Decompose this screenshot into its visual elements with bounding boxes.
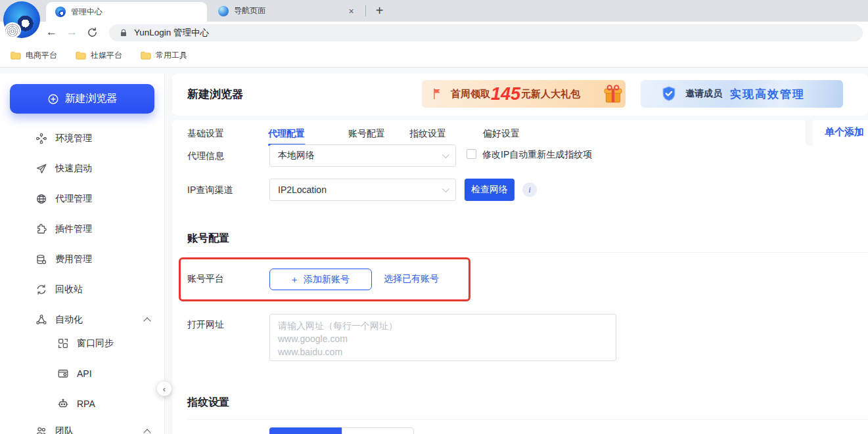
sidebar-item-api[interactable]: API [0, 358, 164, 389]
folder-icon [141, 51, 151, 60]
single-add-link[interactable]: 单个添加 [825, 126, 864, 139]
fingerprint-segment-active[interactable] [269, 427, 342, 434]
account-section-title: 账号配置 [187, 232, 229, 246]
admin-center-favicon-icon [55, 7, 66, 17]
invite-highlight: 实现高效管理 [730, 87, 805, 102]
regen-fingerprint-checkbox[interactable] [467, 149, 476, 159]
api-icon [57, 368, 69, 380]
proxy-info-select[interactable]: 本地网络 [269, 144, 456, 167]
tab-label: 管理中心 [71, 7, 103, 18]
tab-label: 导航页面 [234, 5, 265, 16]
invite-prefix: 邀请成员 [685, 88, 722, 100]
environment-nodes-icon [35, 133, 47, 144]
sidebar-item-rpa[interactable]: RPA [0, 389, 164, 419]
check-network-button[interactable]: 检查网络 [465, 179, 514, 201]
sidebar-item-label: 环境管理 [55, 133, 92, 144]
account-platform-label: 账号平台 [187, 273, 224, 285]
sidebar-collapse-button[interactable]: ‹ [157, 381, 171, 396]
select-existing-account-link[interactable]: 选择已有账号 [384, 273, 439, 285]
sidebar-item-label: 团队 [55, 425, 74, 434]
recycle-icon [35, 284, 47, 295]
proxy-info-label: 代理信息 [187, 150, 224, 162]
lock-icon [120, 28, 127, 37]
form-tab-basic[interactable]: 基础设置 [187, 128, 224, 140]
sidebar-item-proxy[interactable]: 代理管理 [0, 184, 164, 214]
ip-channel-value: IP2Location [278, 184, 327, 195]
chevron-down-icon [442, 151, 449, 158]
sidebar-item-label: API [77, 368, 92, 379]
invite-banner[interactable]: 邀请成员 实现高效管理 [641, 80, 843, 108]
globe-icon [35, 193, 47, 205]
sidebar-item-label: 自动化 [55, 314, 83, 326]
promo-banner[interactable]: 首周领取 145 元新人大礼包 [422, 80, 626, 108]
new-tab-button[interactable]: + [371, 2, 388, 20]
bookmark-label: 社媒平台 [91, 50, 122, 61]
gift-box-icon [602, 82, 624, 106]
close-tab-icon[interactable]: × [345, 5, 357, 17]
sidebar-item-label: 费用管理 [55, 253, 92, 265]
forward-icon[interactable]: → [66, 26, 78, 39]
sidebar-item-environment[interactable]: 环境管理 [0, 123, 164, 154]
form-tab-proxy[interactable]: 代理配置 [268, 128, 305, 140]
bookmark-folder-tools[interactable]: 常用工具 [141, 50, 187, 61]
open-url-textarea[interactable]: 请输入网址（每行一个网址） www.google.com www.baidu.c… [269, 314, 616, 361]
info-icon[interactable]: i [522, 183, 537, 197]
bookmark-folder-social[interactable]: 社媒平台 [76, 50, 122, 61]
nav-page-favicon-icon [218, 6, 229, 16]
placeholder-line: www.baidu.com [278, 345, 608, 358]
automation-icon [35, 314, 47, 326]
add-new-account-label: 添加新账号 [304, 274, 350, 286]
sidebar-item-label: RPA [77, 399, 95, 409]
sidebar-item-quick-launch[interactable]: 快速启动 [0, 154, 164, 184]
sidebar-item-recycle-bin[interactable]: 回收站 [0, 274, 164, 305]
ip-channel-select[interactable]: IP2Location [269, 179, 456, 201]
chevron-up-icon[interactable] [143, 317, 150, 324]
form-tab-preference[interactable]: 偏好设置 [483, 128, 520, 140]
refresh-icon[interactable] [87, 27, 98, 38]
chevron-up-icon[interactable] [143, 429, 150, 434]
section-divider [187, 252, 868, 253]
bookmark-folder-ecommerce[interactable]: 电商平台 [11, 50, 57, 61]
sidebar-item-plugins[interactable]: 插件管理 [0, 214, 164, 244]
new-browser-button-label: 新建浏览器 [65, 92, 118, 106]
sidebar-item-label: 快速启动 [55, 163, 92, 175]
window-sync-icon [57, 337, 69, 349]
bookmarks-bar: 电商平台 社媒平台 常用工具 [0, 43, 868, 68]
promo-amount: 145 [491, 85, 520, 103]
panel-notch [806, 120, 813, 146]
puzzle-icon [35, 223, 47, 235]
back-icon[interactable]: ← [46, 26, 57, 39]
url-omnibox[interactable]: YunLogin 管理中心 [109, 24, 863, 41]
placeholder-line: www.google.com [278, 332, 608, 345]
fingerprint-segment-inactive[interactable] [342, 427, 414, 434]
fingerprint-section-title: 指纹设置 [187, 396, 229, 410]
sidebar-item-billing[interactable]: 费用管理 [0, 244, 164, 274]
ip-channel-label: IP查询渠道 [187, 184, 233, 196]
shield-check-icon [660, 85, 677, 103]
sidebar-item-label: 插件管理 [55, 223, 92, 235]
sidebar-item-team[interactable]: 团队 [0, 416, 164, 434]
new-browser-button[interactable]: 新建浏览器 [10, 84, 154, 114]
rpa-robot-icon [57, 398, 69, 410]
browser-tab-nav-page[interactable]: 导航页面 [209, 0, 361, 22]
open-url-label: 打开网址 [187, 319, 224, 331]
page-title: 新建浏览器 [187, 87, 243, 102]
paper-plane-icon [35, 163, 47, 175]
browser-tab-admin-center[interactable]: 管理中心 [46, 2, 207, 22]
bookmark-label: 电商平台 [26, 50, 57, 61]
regen-fingerprint-label: 修改IP自动重新生成指纹项 [482, 149, 592, 161]
add-new-account-button[interactable]: + 添加新账号 [269, 269, 372, 290]
sidebar-item-label: 回收站 [55, 284, 83, 295]
folder-icon [11, 51, 21, 60]
plus-icon: + [292, 274, 297, 285]
sidebar-item-label: 代理管理 [55, 193, 92, 205]
placeholder-line: 请输入网址（每行一个网址） [278, 319, 608, 332]
form-tab-fingerprint[interactable]: 指纹设置 [409, 128, 446, 140]
chevron-down-icon [442, 185, 449, 192]
sidebar: 新建浏览器 环境管理 快速启动 代理管理 插件管理 [0, 74, 164, 434]
coins-icon [35, 253, 47, 265]
bookmark-label: 常用工具 [156, 50, 187, 61]
team-icon [35, 425, 47, 434]
sidebar-item-window-sync[interactable]: 窗口同步 [0, 328, 164, 358]
form-tab-account[interactable]: 账号配置 [348, 128, 385, 140]
